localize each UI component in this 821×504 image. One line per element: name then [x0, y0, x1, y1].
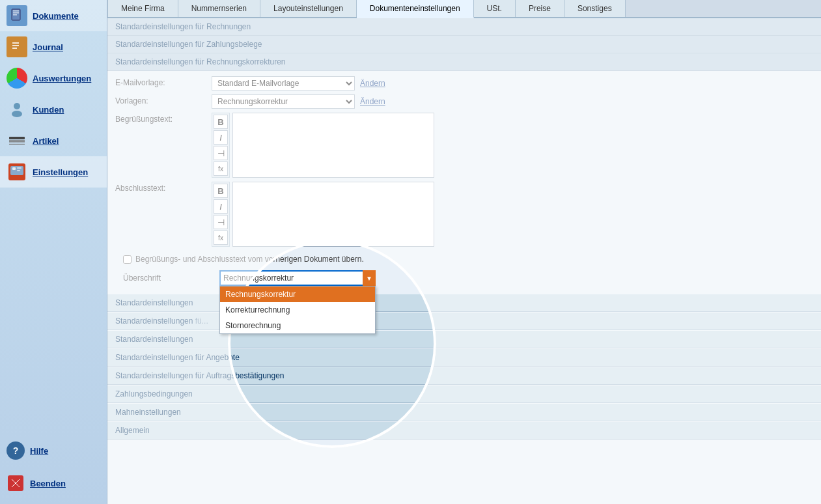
svg-rect-18 — [12, 167, 16, 170]
vorlagen-wrap: Rechnungskorrektur Ändern — [212, 94, 385, 109]
svg-rect-14 — [9, 144, 25, 145]
sidebar-item-hilfe[interactable]: ? Hilfe — [0, 435, 107, 466]
einstellungen-icon — [7, 161, 27, 182]
section-sub-3[interactable]: Standardeinstellungen — [107, 331, 821, 348]
dropdown-option-rechnungskorrektur[interactable]: Rechnungskorrektur — [220, 287, 375, 302]
sidebar-item-dokumente[interactable]: Dokumente — [0, 0, 107, 31]
bold-button-1[interactable]: B — [214, 115, 228, 129]
form-row-email: E-Mailvorlage: Standard E-Mailvorlage Än… — [115, 76, 813, 91]
svg-rect-2 — [13, 12, 19, 14]
sidebar-item-artikel[interactable]: Artikel — [0, 125, 107, 156]
section-zahlungsbedingungen[interactable]: Zahlungsbedingungen — [107, 385, 821, 403]
abschluss-textarea[interactable] — [232, 182, 434, 247]
sidebar-label-dokumente: Dokumente — [33, 11, 79, 21]
svg-rect-7 — [12, 48, 17, 49]
dropdown-arrow-icon[interactable]: ▼ — [363, 270, 376, 286]
tab-sonstiges[interactable]: Sonstiges — [564, 0, 626, 17]
svg-rect-1 — [13, 10, 19, 12]
svg-rect-19 — [17, 167, 21, 169]
hilfe-icon: ? — [7, 441, 25, 460]
formula-button-1[interactable]: fx — [214, 161, 228, 176]
email-vorlage-wrap: Standard E-Mailvorlage Ändern — [212, 76, 385, 91]
align-button-1[interactable]: ⊣ — [214, 146, 228, 160]
section-rechnungen[interactable]: Standardeinstellungen für Rechnungen — [107, 18, 821, 36]
content-area: Standardeinstellungen für Rechnungen Sta… — [107, 18, 821, 504]
tab-dokumenteneinstellungen[interactable]: Dokumenteneinstellungen — [357, 0, 474, 18]
sidebar-bottom: ? Hilfe Beenden — [0, 435, 107, 504]
ueberschrift-label: Überschrift — [123, 273, 214, 283]
tab-preise[interactable]: Preise — [516, 0, 564, 17]
email-vorlage-aendern[interactable]: Ändern — [360, 79, 385, 88]
ueberschrift-dropdown[interactable]: Rechnungskorrektur — [219, 270, 376, 286]
abschluss-label: Abschlusstext: — [115, 182, 206, 193]
sidebar-label-hilfe: Hilfe — [30, 446, 48, 456]
form-row-abschluss: Abschlusstext: B I ⊣ fx — [115, 182, 813, 247]
tab-layouteinstellungen[interactable]: Layouteinstellungen — [260, 0, 357, 17]
sidebar-label-einstellungen: Einstellungen — [33, 167, 88, 177]
begruessung-checkbox[interactable] — [123, 255, 132, 264]
dropdown-option-korrekturrechnung[interactable]: Korrekturrechnung — [220, 302, 375, 318]
kunden-icon — [7, 99, 27, 120]
sidebar-item-einstellungen[interactable]: Einstellungen — [0, 156, 107, 188]
svg-rect-5 — [12, 42, 19, 44]
svg-rect-3 — [13, 14, 17, 16]
align-button-2[interactable]: ⊣ — [214, 215, 228, 229]
svg-rect-10 — [9, 137, 25, 139]
checkbox-label: Begrüßungs- und Abschlusstext vom vorher… — [135, 255, 364, 264]
dropdown-popup: Rechnungskorrektur Korrekturrechnung Sto… — [219, 286, 376, 334]
form-rechnungskorrekturen: E-Mailvorlage: Standard E-Mailvorlage Än… — [107, 71, 821, 294]
sidebar-label-auswertungen: Auswertungen — [33, 74, 91, 83]
vorlagen-label: Vorlagen: — [115, 94, 206, 105]
vorlagen-aendern[interactable]: Ändern — [360, 97, 385, 106]
svg-rect-12 — [9, 141, 25, 142]
italic-button-2[interactable]: I — [214, 199, 228, 214]
italic-button-1[interactable]: I — [214, 130, 228, 145]
formula-button-2[interactable]: fx — [214, 231, 228, 245]
section-zahlungsbelege[interactable]: Standardeinstellungen für Zahlungsbelege — [107, 36, 821, 53]
vorlagen-select[interactable]: Rechnungskorrektur — [212, 94, 355, 109]
abschluss-editor: B I ⊣ fx — [212, 182, 434, 247]
sidebar: Dokumente Journal Auswertungen Kunden Ar… — [0, 0, 107, 504]
svg-point-8 — [14, 103, 20, 109]
svg-rect-6 — [12, 45, 19, 46]
form-row-begruessung: Begrüßungstext: B I ⊣ fx — [115, 113, 813, 178]
section-sub-auftragsbestatigungen[interactable]: Standardeinstellungen für Auftragsbestät… — [107, 367, 821, 385]
sidebar-item-journal[interactable]: Journal — [0, 31, 107, 63]
sidebar-label-artikel: Artikel — [33, 136, 59, 146]
section-sub-1[interactable]: Standardeinstellungen — [107, 294, 821, 312]
email-vorlage-select[interactable]: Standard E-Mailvorlage — [212, 76, 355, 91]
beenden-icon — [7, 474, 25, 492]
sidebar-spacer — [0, 188, 107, 435]
sidebar-label-beenden: Beenden — [30, 479, 66, 488]
section-sub-2[interactable]: Standardeinstellungen fü... — [107, 313, 821, 330]
heading-row: Überschrift Rechnungskorrektur ▼ Rechnun… — [115, 268, 813, 288]
section-sub-angebote[interactable]: Standardeinstellungen für Angebote — [107, 349, 821, 367]
sidebar-item-auswertungen[interactable]: Auswertungen — [0, 63, 107, 94]
tab-meine-firma[interactable]: Meine Firma — [107, 0, 178, 17]
sidebar-label-kunden: Kunden — [33, 105, 64, 115]
section-rechnungskorrekturen[interactable]: Standardeinstellungen für Rechnungskorre… — [107, 53, 821, 71]
section-allgemein[interactable]: Allgemein — [107, 422, 821, 440]
svg-rect-13 — [9, 143, 25, 143]
dropdown-selected-value: Rechnungskorrektur — [223, 273, 372, 283]
tab-bar: Meine Firma Nummernserien Layouteinstell… — [107, 0, 821, 18]
sidebar-label-journal: Journal — [33, 42, 63, 52]
dokumente-icon — [7, 5, 27, 26]
ueberschrift-dropdown-container: Rechnungskorrektur ▼ Rechnungskorrektur … — [219, 270, 376, 286]
section-mahneinstellungen[interactable]: Mahneinstellungen — [107, 404, 821, 421]
tab-nummernserien[interactable]: Nummernserien — [178, 0, 260, 17]
begruessung-textarea[interactable] — [232, 113, 434, 178]
sidebar-item-beenden[interactable]: Beenden — [0, 468, 107, 499]
journal-icon — [7, 36, 27, 57]
begruessung-editor: B I ⊣ fx — [212, 113, 434, 178]
bold-button-2[interactable]: B — [214, 184, 228, 198]
sidebar-item-kunden[interactable]: Kunden — [0, 94, 107, 125]
form-row-vorlagen: Vorlagen: Rechnungskorrektur Ändern — [115, 94, 813, 109]
abschluss-toolbar: B I ⊣ fx — [212, 182, 230, 247]
email-vorlage-label: E-Mailvorlage: — [115, 76, 206, 87]
svg-rect-11 — [9, 140, 25, 141]
tab-ust[interactable]: USt. — [474, 0, 516, 17]
dropdown-option-stornorechnung[interactable]: Stornorechnung — [220, 318, 375, 333]
checkbox-row: Begrüßungs- und Abschlusstext vom vorher… — [115, 251, 813, 268]
main-content: Meine Firma Nummernserien Layouteinstell… — [107, 0, 821, 504]
